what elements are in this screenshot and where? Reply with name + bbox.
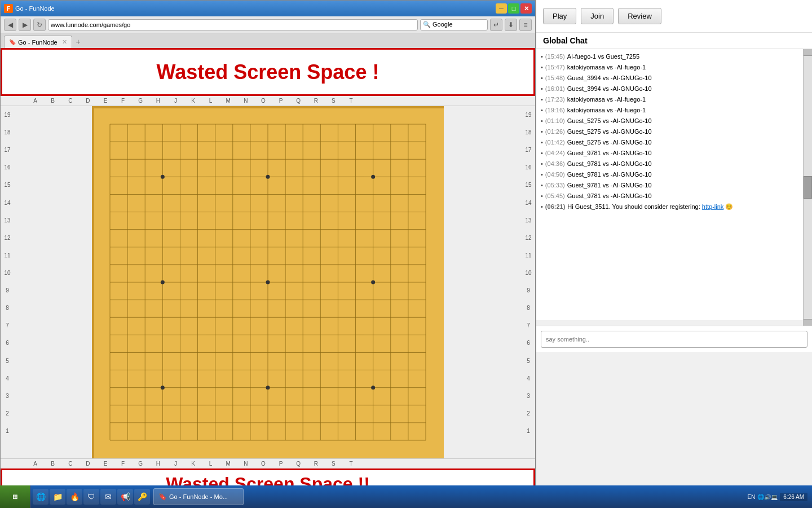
row-number-cell: 8 — [1, 299, 14, 317]
col-header-cell: J — [167, 96, 184, 106]
chat-scrollbar[interactable] — [803, 49, 812, 326]
col-header-cell: M — [219, 459, 237, 468]
row-number-cell: 6 — [1, 334, 14, 352]
tab-label: Go - FunNode — [18, 39, 58, 46]
maximize-button[interactable]: □ — [508, 3, 519, 14]
chat-message: • (17:23) katokiyomasa vs -AI-fuego-1 — [541, 94, 798, 105]
col-header-cell: S — [325, 459, 342, 468]
scroll-thumb[interactable] — [804, 176, 812, 199]
download-button[interactable]: ⬇ — [505, 19, 517, 31]
title-bar-buttons: ─ □ ✕ — [496, 3, 532, 14]
tab-close-icon[interactable]: ✕ — [62, 38, 67, 46]
close-button[interactable]: ✕ — [520, 3, 532, 14]
taskbar-icons: 🌐 📁 🔥 🛡 ✉ 📢 🔑 🔖 Go - FunNode - Mo... — [30, 485, 246, 508]
row-number-cell: 13 — [522, 212, 535, 229]
row-number-cell: 15 — [1, 176, 14, 194]
corner-cell — [14, 96, 27, 106]
col-header-cell: C — [61, 459, 79, 468]
col-header-cell: R — [307, 459, 325, 468]
row-number-cell: 8 — [522, 299, 535, 317]
chat-message: • (16:01) Guest_3994 vs -AI-GNUGo-10 — [541, 84, 798, 94]
chat-header: Global Chat — [536, 33, 812, 49]
taskbar-lang: EN — [747, 494, 755, 500]
corner-cell-right — [523, 96, 535, 106]
go-board[interactable] — [92, 106, 444, 458]
tab-bar: 🔖 Go - FunNode ✕ + — [1, 33, 535, 48]
wasted-top-text: Wasted Screen Space ! — [157, 60, 379, 84]
col-header-cell: O — [254, 459, 272, 468]
chat-message: • (04:50) Guest_9781 vs -AI-GNUGo-10 — [541, 169, 798, 180]
col-header-cell: H — [149, 96, 167, 106]
col-header-cell: C — [61, 96, 79, 106]
col-header-cell: J — [167, 459, 184, 468]
taskbar-icons-right: 🌐🔊💻 — [757, 494, 778, 500]
row-number-cell: 4 — [522, 370, 535, 387]
chat-messages[interactable]: • (15:45) AI-fuego-1 vs Guest_7255• (15:… — [536, 49, 803, 320]
row-number-cell: 12 — [522, 229, 535, 247]
chat-input[interactable] — [541, 331, 807, 348]
row-number-cell: 19 — [522, 106, 535, 124]
active-window-button[interactable]: 🔖 Go - FunNode - Mo... — [153, 488, 244, 505]
active-tab[interactable]: 🔖 Go - FunNode ✕ — [4, 36, 72, 48]
menu-button[interactable]: ≡ — [519, 19, 532, 31]
back-button[interactable]: ◀ — [4, 19, 16, 31]
col-header-cell: A — [27, 96, 44, 106]
taskbar-icon-3[interactable]: 🔥 — [67, 489, 82, 505]
col-header-cell: T — [342, 96, 360, 106]
search-submit[interactable]: ↵ — [490, 19, 502, 31]
col-header-cell: Q — [290, 96, 307, 106]
minimize-button[interactable]: ─ — [496, 3, 507, 14]
search-box[interactable] — [420, 19, 488, 30]
row-number-cell: 18 — [1, 124, 14, 141]
title-bar: F Go - FunNode ─ □ ✕ — [1, 1, 535, 16]
wasted-top-area: Wasted Screen Space ! — [1, 48, 535, 96]
col-header-cell: N — [237, 96, 254, 106]
row-number-cell: 2 — [522, 405, 535, 422]
address-bar[interactable] — [48, 19, 418, 30]
col-labels-bottom: ABCDEFGHJKLMNOPQRST — [27, 459, 523, 468]
taskbar-icon-5[interactable]: ✉ — [100, 489, 116, 505]
taskbar-icon-7[interactable]: 🔑 — [134, 489, 150, 505]
taskbar-icon-6[interactable]: 📢 — [117, 489, 133, 505]
col-header-cell: P — [272, 459, 290, 468]
row-numbers-right: 19181716151413121110987654321 — [522, 106, 535, 458]
col-header-cell: F — [114, 96, 132, 106]
nav-bar: ◀ ▶ ↻ ↵ ⬇ ≡ — [1, 16, 535, 33]
col-header-cell: L — [202, 459, 219, 468]
col-headers-top: ABCDEFGHJKLMNOPQRST — [1, 96, 535, 106]
taskbar-clock: 6:26 AM — [780, 493, 807, 501]
row-number-cell: 17 — [1, 141, 14, 159]
wasted-bottom-text: Wasted Screen Space !! — [166, 474, 370, 486]
row-number-cell: 11 — [522, 247, 535, 264]
row-number-cell: 2 — [1, 405, 14, 422]
chat-message: • (15:47) katokiyomasa vs -AI-fuego-1 — [541, 62, 798, 73]
new-tab-button[interactable]: + — [72, 36, 85, 48]
taskbar-icon-1[interactable]: 🌐 — [33, 489, 48, 505]
row-number-cell: 14 — [522, 194, 535, 212]
col-header-cell: Q — [290, 459, 307, 468]
page-content: Wasted Screen Space ! ABCDEFGHJKLMNOPQRS… — [1, 48, 535, 486]
row-number-cell: 5 — [1, 352, 14, 370]
start-button[interactable]: ⊞ — [0, 485, 30, 508]
row-number-cell: 13 — [1, 212, 14, 229]
col-header-cell: F — [114, 459, 132, 468]
action-buttons-area: Play Join Review — [536, 0, 812, 33]
row-number-cell: 4 — [1, 370, 14, 387]
refresh-button[interactable]: ↻ — [33, 19, 46, 31]
join-button[interactable]: Join — [581, 8, 614, 24]
forward-button[interactable]: ▶ — [19, 19, 31, 31]
row-number-cell: 5 — [522, 352, 535, 370]
review-button[interactable]: Review — [618, 8, 661, 24]
row-number-cell: 6 — [522, 334, 535, 352]
play-button[interactable]: Play — [543, 8, 576, 24]
taskbar-icon-4[interactable]: 🛡 — [83, 489, 99, 505]
chat-message: • (01:26) Guest_5275 vs -AI-GNUGo-10 — [541, 126, 798, 137]
col-header-cell: T — [342, 459, 360, 468]
col-header-cell: N — [237, 459, 254, 468]
row-number-cell: 10 — [522, 264, 535, 282]
row-number-cell: 11 — [1, 247, 14, 264]
taskbar-icon-2[interactable]: 📁 — [50, 489, 65, 505]
col-header-cell: G — [132, 459, 149, 468]
browser-icon: F — [4, 4, 13, 13]
chat-message: • (06:21) Hi Guest_3511. You should cons… — [541, 202, 798, 212]
